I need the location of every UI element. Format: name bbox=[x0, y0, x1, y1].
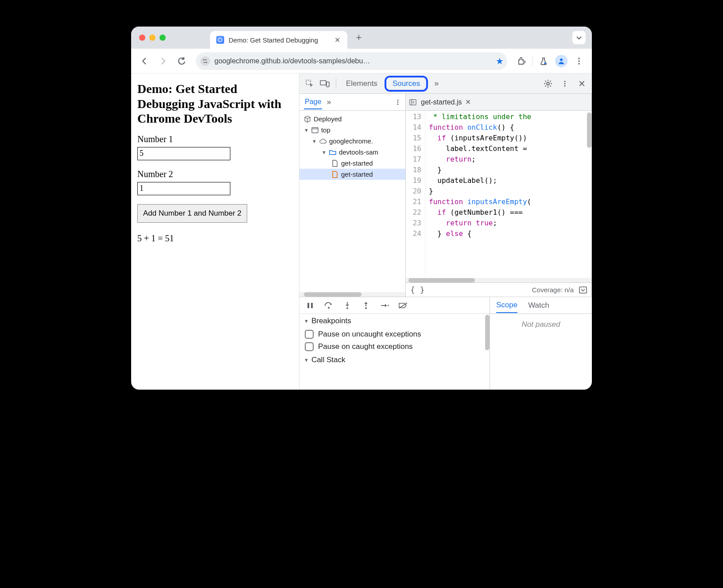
code-content: * limitations under the function onClick… bbox=[425, 111, 591, 278]
devtools-kebab-icon[interactable] bbox=[558, 77, 571, 90]
editor-vscroll-thumb[interactable] bbox=[587, 112, 591, 148]
page-tab[interactable]: Page bbox=[304, 95, 322, 109]
tab-overflow-button[interactable] bbox=[572, 31, 586, 44]
not-paused-text: Not paused bbox=[490, 314, 592, 335]
window-controls bbox=[139, 35, 166, 41]
reload-button[interactable] bbox=[174, 53, 190, 69]
svg-point-27 bbox=[328, 307, 330, 309]
svg-point-31 bbox=[365, 307, 367, 309]
checkbox-label: Pause on uncaught exceptions bbox=[318, 330, 421, 339]
pretty-print-icon[interactable]: { } bbox=[410, 285, 425, 294]
debug-controls-pane: ▼ Breakpoints Pause on uncaught exceptio… bbox=[299, 297, 490, 390]
file-icon bbox=[331, 160, 338, 167]
sources-tab[interactable]: Sources bbox=[385, 76, 428, 92]
disclosure-triangle-icon: ▼ bbox=[312, 139, 317, 144]
pause-uncaught-row[interactable]: Pause on uncaught exceptions bbox=[299, 328, 490, 340]
titlebar: Demo: Get Started Debugging ✕ + bbox=[131, 27, 592, 49]
svg-rect-25 bbox=[307, 303, 309, 308]
deactivate-breakpoints-button[interactable] bbox=[398, 300, 408, 311]
js-file-icon bbox=[331, 171, 338, 178]
content-area: Demo: Get Started Debugging JavaScript w… bbox=[131, 74, 592, 390]
tree-label: Deployed bbox=[314, 115, 342, 123]
scope-tab[interactable]: Scope bbox=[496, 298, 517, 313]
tab-close-button[interactable]: ✕ bbox=[333, 36, 341, 44]
url-bar[interactable]: googlechrome.github.io/devtools-samples/… bbox=[196, 52, 507, 70]
svg-point-3 bbox=[206, 62, 207, 63]
section-title: Breakpoints bbox=[311, 317, 351, 325]
svg-point-7 bbox=[578, 58, 580, 59]
editor-hscrollbar[interactable] bbox=[406, 278, 591, 282]
labs-icon[interactable] bbox=[536, 54, 551, 69]
svg-point-0 bbox=[218, 38, 222, 42]
back-button[interactable] bbox=[136, 53, 152, 69]
bookmark-star-icon[interactable]: ★ bbox=[496, 56, 504, 66]
svg-rect-20 bbox=[312, 128, 318, 133]
settings-gear-icon[interactable] bbox=[541, 77, 555, 90]
more-tabs-icon[interactable]: » bbox=[430, 77, 443, 90]
navigator-tabs: Page » bbox=[299, 94, 405, 111]
close-window-button[interactable] bbox=[139, 35, 145, 41]
editor-tab[interactable]: get-started.js ✕ bbox=[421, 98, 471, 106]
tree-file-html[interactable]: get-started bbox=[299, 158, 405, 169]
scrollbar-thumb[interactable] bbox=[304, 292, 362, 297]
svg-rect-2 bbox=[205, 59, 207, 60]
checkbox[interactable] bbox=[305, 330, 314, 339]
number-2-input[interactable] bbox=[137, 182, 230, 195]
tree-origin[interactable]: ▼ googlechrome. bbox=[299, 135, 405, 147]
add-button[interactable]: Add Number 1 and Number 2 bbox=[137, 204, 247, 223]
minimize-window-button[interactable] bbox=[149, 35, 155, 41]
tree-file-js[interactable]: get-started bbox=[299, 169, 405, 180]
show-drawer-icon[interactable] bbox=[579, 286, 587, 294]
result-text: 5 + 1 = 51 bbox=[137, 233, 293, 244]
svg-point-16 bbox=[564, 85, 565, 86]
tree-label: get-started bbox=[341, 159, 373, 167]
extensions-icon[interactable] bbox=[513, 54, 529, 69]
tab-separator bbox=[336, 78, 336, 89]
breakpoints-section[interactable]: ▼ Breakpoints bbox=[299, 314, 490, 328]
step-over-button[interactable] bbox=[323, 300, 334, 311]
svg-rect-12 bbox=[327, 82, 329, 87]
browser-tab[interactable]: Demo: Get Started Debugging ✕ bbox=[210, 31, 347, 49]
tree-deployed[interactable]: Deployed bbox=[299, 113, 405, 124]
callstack-section[interactable]: ▼ Call Stack bbox=[299, 353, 490, 367]
browser-toolbar: googlechrome.github.io/devtools-samples/… bbox=[131, 49, 592, 74]
editor-tab-filename: get-started.js bbox=[421, 98, 462, 106]
navigator-kebab-icon[interactable] bbox=[395, 99, 401, 105]
show-navigator-icon[interactable] bbox=[409, 99, 416, 106]
step-out-button[interactable] bbox=[361, 300, 371, 311]
step-button[interactable] bbox=[379, 300, 390, 311]
svg-point-8 bbox=[578, 60, 580, 62]
site-settings-icon[interactable] bbox=[200, 56, 210, 66]
maximize-window-button[interactable] bbox=[159, 35, 166, 41]
kebab-menu-button[interactable] bbox=[571, 54, 587, 69]
svg-point-14 bbox=[564, 81, 565, 82]
pause-caught-row[interactable]: Pause on caught exceptions bbox=[299, 340, 490, 353]
tab-favicon-icon bbox=[216, 36, 224, 44]
number-1-input[interactable] bbox=[137, 147, 230, 160]
watch-tab[interactable]: Watch bbox=[528, 301, 549, 310]
navigator-more-icon[interactable]: » bbox=[327, 97, 331, 107]
pause-button[interactable] bbox=[305, 300, 315, 311]
url-text: googlechrome.github.io/devtools-samples/… bbox=[214, 57, 491, 65]
elements-tab[interactable]: Elements bbox=[341, 76, 383, 92]
disclosure-triangle-icon: ▼ bbox=[304, 318, 309, 324]
editor-tab-close-icon[interactable]: ✕ bbox=[465, 98, 471, 106]
navigator-scrollbar[interactable] bbox=[299, 292, 405, 297]
tree-top[interactable]: ▼ top bbox=[299, 124, 405, 135]
step-into-button[interactable] bbox=[342, 300, 353, 311]
checkbox[interactable] bbox=[305, 342, 314, 351]
inspect-icon[interactable] bbox=[303, 77, 316, 90]
scrollbar-thumb[interactable] bbox=[408, 278, 475, 282]
cloud-icon bbox=[319, 138, 327, 145]
device-toggle-icon[interactable] bbox=[318, 77, 331, 90]
svg-rect-26 bbox=[311, 303, 313, 308]
devtools-close-icon[interactable]: ✕ bbox=[575, 77, 588, 90]
debug-vscroll-thumb[interactable] bbox=[485, 315, 490, 350]
toolbar-separator bbox=[532, 56, 533, 66]
scope-watch-pane: Scope Watch Not paused bbox=[490, 297, 592, 390]
new-tab-button[interactable]: + bbox=[352, 31, 366, 45]
profile-button[interactable] bbox=[554, 54, 569, 69]
code-editor[interactable]: 131415161718192021222324 * limitations u… bbox=[406, 111, 591, 278]
tree-folder[interactable]: ▼ devtools-sam bbox=[299, 147, 405, 158]
forward-button[interactable] bbox=[155, 53, 171, 69]
